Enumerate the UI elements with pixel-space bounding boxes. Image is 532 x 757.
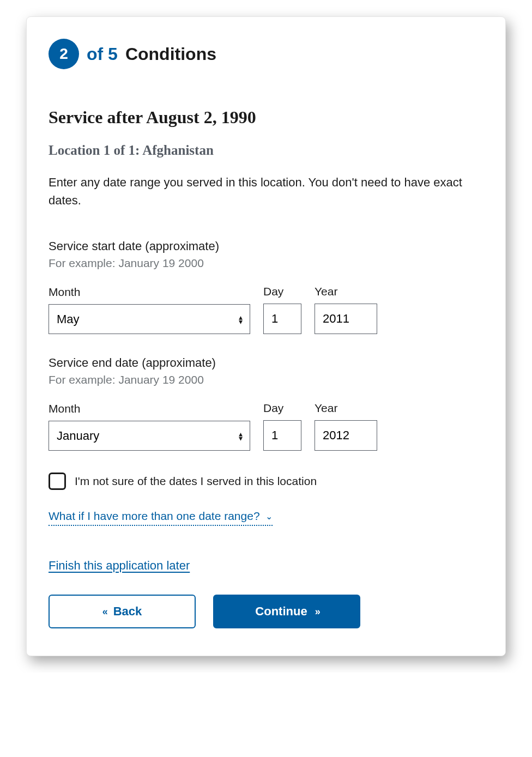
nav-button-row: « Back Continue » [49,595,483,628]
start-date-hint: For example: January 19 2000 [49,257,483,270]
end-month-label: Month [49,402,250,415]
finish-later-link[interactable]: Finish this application later [49,559,190,573]
double-chevron-right-icon: » [315,606,318,617]
end-month-select[interactable]: January [49,421,250,451]
back-button[interactable]: « Back [49,595,196,628]
section-title: Conditions [125,44,216,64]
unsure-checkbox[interactable] [49,473,66,490]
start-year-input[interactable] [315,304,377,334]
end-year-input[interactable] [315,420,377,451]
start-year-label: Year [315,285,377,298]
start-month-select[interactable]: May [49,304,250,334]
start-date-row: Month May ▴ ▾ Day Year [49,285,483,334]
end-date-hint: For example: January 19 2000 [49,373,483,386]
form-card: 2 of 5 Conditions Service after August 2… [26,16,506,656]
end-day-input[interactable] [263,420,301,451]
step-number-badge: 2 [49,39,79,69]
start-date-label: Service start date (approximate) [49,239,483,253]
unsure-checkbox-row: I'm not sure of the dates I served in th… [49,473,483,490]
continue-button[interactable]: Continue » [213,595,360,628]
multiple-ranges-expander[interactable]: What if I have more than one date range?… [49,510,273,526]
chevron-down-icon: ⌄ [265,511,273,522]
start-day-input[interactable] [263,304,301,334]
end-year-label: Year [315,402,377,415]
back-button-label: Back [113,604,142,619]
step-of-label: of 5 [87,44,118,64]
double-chevron-left-icon: « [102,606,106,617]
end-date-row: Month January ▴ ▾ Day Year [49,402,483,451]
continue-button-label: Continue [255,604,307,619]
start-month-label: Month [49,286,250,299]
progress-indicator: 2 of 5 Conditions [49,39,483,69]
location-heading: Location 1 of 1: Afghanistan [49,143,483,158]
end-day-label: Day [263,402,301,415]
expander-label: What if I have more than one date range? [49,510,260,523]
start-day-label: Day [263,285,301,298]
instructions-text: Enter any date range you served in this … [49,173,483,209]
end-date-label: Service end date (approximate) [49,356,483,370]
unsure-checkbox-label: I'm not sure of the dates I served in th… [75,475,317,488]
page-heading: Service after August 2, 1990 [49,107,483,128]
